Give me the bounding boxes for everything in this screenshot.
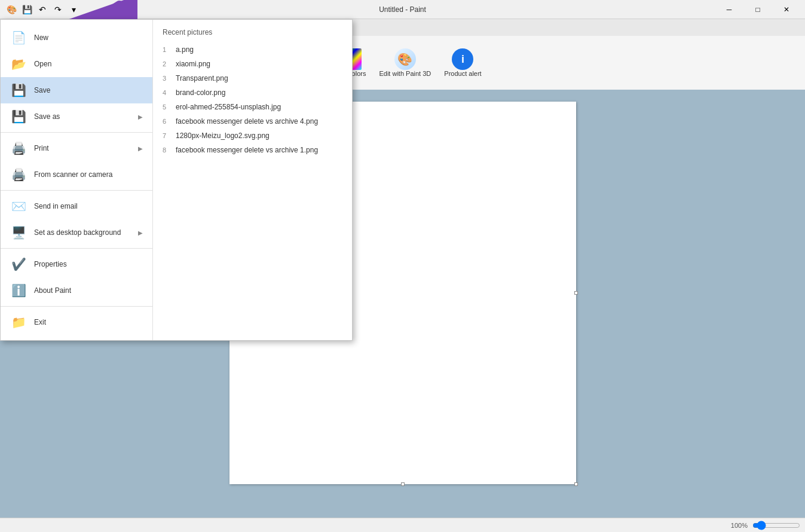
recent-file-4[interactable]: 5 erol-ahmed-255854-unsplash.jpg xyxy=(160,100,345,114)
zoom-slider[interactable] xyxy=(752,521,800,530)
file-menu-icon-0: 📄 xyxy=(10,29,27,46)
recent-filename-6: 1280px-Meizu_logo2.svg.png xyxy=(176,132,270,140)
recent-file-1[interactable]: 2 xiaomi.png xyxy=(160,57,345,71)
file-menu-items: 📄 New 📂 Open 💾 Save 💾 Save as ▶ 🖨️ Print… xyxy=(1,20,153,340)
file-menu-label-4: Print xyxy=(34,144,49,152)
file-menu-label-1: Open xyxy=(34,60,51,68)
recent-num-3: 4 xyxy=(163,89,171,96)
submenu-arrow-7: ▶ xyxy=(138,230,143,236)
save-qat-btn[interactable]: 💾 xyxy=(20,3,33,16)
window-title: Untitled - Paint xyxy=(379,5,426,14)
file-menu-item-properties[interactable]: ✔️ Properties xyxy=(1,251,152,277)
recent-num-1: 2 xyxy=(163,60,171,68)
recent-file-3[interactable]: 4 brand-color.png xyxy=(160,85,345,100)
minimize-btn[interactable]: ─ xyxy=(715,0,743,19)
file-menu-icon-4: 🖨️ xyxy=(10,140,27,157)
recent-filename-2: Transparent.png xyxy=(176,74,228,82)
recent-num-4: 5 xyxy=(163,103,171,111)
recent-filename-5: facebook messenger delete vs archive 4.p… xyxy=(176,117,318,126)
file-menu-item-save-as[interactable]: 💾 Save as ▶ xyxy=(1,103,152,130)
file-menu-item-open[interactable]: 📂 Open xyxy=(1,51,152,77)
file-menu-item-about-paint[interactable]: ℹ️ About Paint xyxy=(1,277,152,304)
file-menu-item-from-scanner-or-camera[interactable]: 🖨️ From scanner or camera xyxy=(1,161,152,188)
status-bar: 100% xyxy=(0,518,805,532)
file-menu-item-save[interactable]: 💾 Save xyxy=(1,77,152,103)
recent-file-2[interactable]: 3 Transparent.png xyxy=(160,71,345,85)
recent-filename-0: a.png xyxy=(176,45,194,54)
file-menu-label-10: Exit xyxy=(34,318,46,326)
maximize-btn[interactable]: □ xyxy=(744,0,772,19)
recent-file-6[interactable]: 7 1280px-Meizu_logo2.svg.png xyxy=(160,129,345,143)
recent-num-6: 7 xyxy=(163,132,171,139)
redo-qat-btn[interactable]: ↷ xyxy=(51,3,65,16)
recent-filename-7: facebook messenger delete vs archive 1.p… xyxy=(176,146,318,154)
file-menu-icon-5: 🖨️ xyxy=(10,166,27,183)
submenu-arrow-3: ▶ xyxy=(138,114,143,120)
recent-filename-4: erol-ahmed-255854-unsplash.jpg xyxy=(176,103,281,111)
file-menu-label-8: Properties xyxy=(34,260,67,268)
recent-num-0: 1 xyxy=(163,46,171,53)
file-menu-icon-6: ✉️ xyxy=(10,198,27,215)
file-menu-label-5: From scanner or camera xyxy=(34,170,112,179)
customize-qat-btn[interactable]: ▾ xyxy=(67,3,80,16)
file-menu-icon-8: ✔️ xyxy=(10,256,27,273)
file-menu-label-2: Save xyxy=(34,86,50,94)
undo-qat-btn[interactable]: ↶ xyxy=(36,3,49,16)
file-menu-label-0: New xyxy=(34,33,48,42)
file-menu-label-7: Set as desktop background xyxy=(34,228,121,237)
paint3d-icon: 🎨 xyxy=(394,48,416,70)
title-bar: 🎨 💾 ↶ ↷ ▾ Untitled - Paint ─ □ ✕ xyxy=(0,0,805,19)
file-menu-icon-2: 💾 xyxy=(10,82,27,99)
file-menu-item-print[interactable]: 🖨️ Print ▶ xyxy=(1,135,152,161)
file-menu-icon-10: 📁 xyxy=(10,314,27,331)
recent-num-5: 6 xyxy=(163,118,171,125)
canvas-handle-right[interactable] xyxy=(574,291,578,295)
canvas-handle-corner[interactable] xyxy=(574,482,578,486)
edit-paint3d-btn[interactable]: 🎨 Edit with Paint 3D xyxy=(375,45,435,80)
file-menu-icon-1: 📂 xyxy=(10,56,27,72)
recent-filename-3: brand-color.png xyxy=(176,88,225,97)
recent-num-7: 8 xyxy=(163,146,171,154)
file-menu-recent: Recent pictures 1 a.png 2 xiaomi.png 3 T… xyxy=(153,20,352,340)
file-menu-label-3: Save as xyxy=(34,112,60,121)
file-menu-label-9: About Paint xyxy=(34,286,71,295)
file-menu-item-set-as-desktop-background[interactable]: 🖥️ Set as desktop background ▶ xyxy=(1,219,152,246)
file-menu: 📄 New 📂 Open 💾 Save 💾 Save as ▶ 🖨️ Print… xyxy=(0,19,353,341)
file-menu-item-new[interactable]: 📄 New xyxy=(1,25,152,51)
canvas-handle-bottom[interactable] xyxy=(401,482,405,486)
recent-file-5[interactable]: 6 facebook messenger delete vs archive 4… xyxy=(160,114,345,129)
window-controls: ─ □ ✕ xyxy=(715,0,800,19)
close-btn[interactable]: ✕ xyxy=(773,0,800,19)
file-menu-icon-7: 🖥️ xyxy=(10,224,27,241)
recent-file-0[interactable]: 1 a.png xyxy=(160,42,345,57)
product-alert-icon: i xyxy=(452,48,473,70)
file-menu-item-send-in-email[interactable]: ✉️ Send in email xyxy=(1,193,152,219)
quick-access-toolbar: 🎨 💾 ↶ ↷ ▾ xyxy=(5,3,80,16)
recent-num-2: 3 xyxy=(163,75,171,82)
product-alert-btn[interactable]: i Product alert xyxy=(440,45,485,80)
file-menu-item-exit[interactable]: 📁 Exit xyxy=(1,309,152,335)
zoom-percent: 100% xyxy=(731,522,748,529)
recent-filename-1: xiaomi.png xyxy=(176,60,210,68)
submenu-arrow-4: ▶ xyxy=(138,145,143,152)
recent-header: Recent pictures xyxy=(160,25,345,42)
file-menu-icon-9: ℹ️ xyxy=(10,282,27,299)
paint-icon-btn[interactable]: 🎨 xyxy=(5,3,18,16)
file-menu-icon-3: 💾 xyxy=(10,108,27,125)
recent-file-7[interactable]: 8 facebook messenger delete vs archive 1… xyxy=(160,143,345,157)
file-menu-label-6: Send in email xyxy=(34,202,78,210)
